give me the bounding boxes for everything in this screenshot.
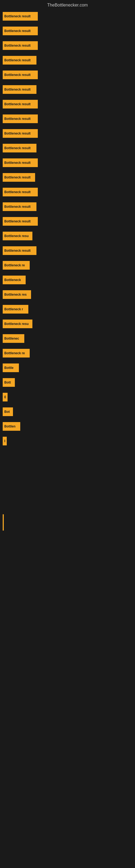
bar-row: Bottleneck result <box>3 171 132 185</box>
bottleneck-bar: Bottleneck resu <box>3 319 32 328</box>
bottleneck-bar: Bottleneck result <box>3 100 38 108</box>
bottleneck-bar: Bottle <box>3 364 19 372</box>
bar-row: Bottleneck result <box>3 54 132 68</box>
bar-row: Bottleneck result <box>3 127 132 141</box>
bar-label: B <box>4 439 5 443</box>
bottleneck-bar: Bottleneck resu <box>3 231 32 240</box>
bottleneck-bar: Bottleneck <box>3 276 26 284</box>
bottleneck-bar: B <box>3 437 7 445</box>
bottleneck-bar: B <box>3 393 8 401</box>
bar-label: Bottleneck result <box>4 58 31 62</box>
bar-label: Bottleneck result <box>4 219 31 223</box>
bottleneck-bar: Bottleneck result <box>3 56 37 65</box>
bar-row: Bott <box>3 376 132 390</box>
site-title: TheBottlenecker.com <box>0 0 135 10</box>
bar-row: Bottleneck result <box>3 10 132 24</box>
bar-row: Bottleneck result <box>3 83 132 97</box>
bar-label: Bottleneck r <box>4 307 23 311</box>
bottleneck-bar: Bottleneck result <box>3 129 38 138</box>
bar-label: Bottleneck result <box>4 88 31 91</box>
bar-row: Bottleneck resu <box>3 229 132 244</box>
bar-row: Bot <box>3 405 132 420</box>
bar-row: Bottleneck result <box>3 98 132 112</box>
bar-row: Bottlen <box>3 420 132 434</box>
bar-row: Bottleneck result <box>3 39 132 53</box>
bottom-bar <box>3 514 4 531</box>
bar-row: Bottleneck result <box>3 215 132 229</box>
bottleneck-bar: Bottleneck re <box>3 349 30 358</box>
bar-row: Bottleneck re <box>3 347 132 361</box>
bottleneck-bar: Bottleneck result <box>3 188 38 196</box>
bottleneck-bar: Bottleneck result <box>3 70 38 79</box>
bottleneck-bar: Bottleneck result <box>3 85 37 94</box>
bottleneck-bar: Bottleneck result <box>3 217 38 226</box>
bottleneck-bar: Bottleneck result <box>3 158 38 167</box>
bar-label: Bottleneck result <box>4 176 31 179</box>
bar-label: Bottleneck result <box>4 146 31 150</box>
bottleneck-bar: Bottleneck result <box>3 246 37 255</box>
bottleneck-bar: Bottleneck result <box>3 115 38 123</box>
bar-row: Bottleneck result <box>3 200 132 214</box>
bar-row: Bottleneck result <box>3 186 132 199</box>
bar-row: Bottleneck result <box>3 112 132 126</box>
bars-container: Bottleneck resultBottleneck resultBottle… <box>0 10 135 449</box>
bar-label: Bottleneck result <box>4 29 31 33</box>
bar-label: Bottleneck resu <box>4 322 29 326</box>
bottleneck-bar: Bot <box>3 407 13 416</box>
bar-label: Bottleneck result <box>4 249 31 252</box>
bottleneck-bar: Bottleneck result <box>3 173 35 182</box>
bottom-section <box>0 449 135 531</box>
bottleneck-bar: Bottleneck result <box>3 203 37 211</box>
bar-label: Bottleneck resu <box>4 234 29 238</box>
bar-label: Bottleneck result <box>4 161 31 165</box>
bottleneck-bar: Bottleneck r <box>3 305 28 314</box>
bottleneck-bar: Bottlen <box>3 422 20 431</box>
bottleneck-bar: Bottleneck re <box>3 261 30 270</box>
bar-label: Bottlenec <box>4 337 19 340</box>
bar-row: Bottleneck re <box>3 259 132 273</box>
bar-row: Bottleneck res <box>3 288 132 302</box>
bottleneck-bar: Bottleneck result <box>3 27 38 35</box>
bar-label: Bottleneck result <box>4 131 31 135</box>
bar-label: Bottleneck re <box>4 264 25 267</box>
bar-label: Bottleneck result <box>4 102 31 106</box>
bar-label: Bott <box>4 380 11 384</box>
bar-label: Bottleneck <box>4 278 21 282</box>
bar-label: Bottleneck result <box>4 14 31 18</box>
bar-row: Bottle <box>3 361 132 375</box>
bar-label: Bottleneck result <box>4 117 31 121</box>
bar-row: Bottleneck resu <box>3 317 132 332</box>
bar-label: Bottleneck result <box>4 73 31 77</box>
bottleneck-bar: Bott <box>3 378 15 387</box>
bar-row: Bottleneck result <box>3 244 132 258</box>
bar-label: Bottle <box>4 366 13 370</box>
bottleneck-bar: Bottleneck result <box>3 41 38 50</box>
bar-label: Bottleneck result <box>4 44 31 48</box>
bottleneck-bar: Bottleneck res <box>3 290 31 299</box>
bar-label: Bottleneck re <box>4 351 25 355</box>
bottleneck-bar: Bottleneck result <box>3 144 37 152</box>
bar-label: Bottleneck result <box>4 205 31 209</box>
bar-row: Bottlenec <box>3 332 132 346</box>
bottleneck-bar: Bottleneck result <box>3 12 38 21</box>
bottleneck-bar: Bottlenec <box>3 334 24 343</box>
bar-row: B <box>3 391 132 405</box>
bar-row: Bottleneck r <box>3 303 132 317</box>
bar-row: B <box>3 435 132 448</box>
bar-row: Bottleneck result <box>3 142 132 156</box>
bar-row: Bottleneck <box>3 273 132 287</box>
bar-row: Bottleneck result <box>3 156 132 170</box>
bar-label: Bottleneck res <box>4 293 27 297</box>
bar-label: Bottlen <box>4 425 15 428</box>
bar-label: B <box>4 395 6 399</box>
bar-label: Bottleneck result <box>4 190 31 194</box>
bar-row: Bottleneck result <box>3 68 132 83</box>
bar-row: Bottleneck result <box>3 24 132 38</box>
bar-label: Bot <box>4 410 10 414</box>
